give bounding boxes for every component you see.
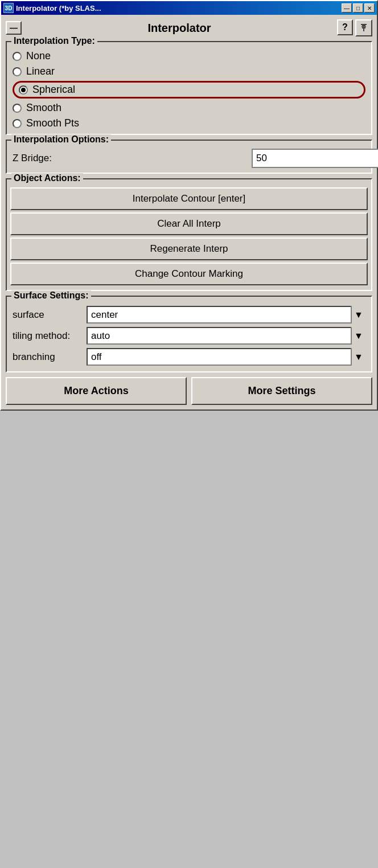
header-row: — Interpolator ? [6,19,372,36]
radio-linear[interactable]: Linear [13,65,365,77]
change-contour-marking-button[interactable]: Change Contour Marking [10,263,368,285]
interpolation-type-group: Interpolation Type: None Linear Spherica… [6,41,372,135]
z-bridge-label: Z Bridge: [13,153,52,164]
surface-select-wrapper: center inside outside ▼ [87,306,365,324]
radio-smooth-pts[interactable]: Smooth Pts [13,117,365,129]
maximize-button[interactable]: □ [353,3,363,13]
more-actions-button[interactable]: More Actions [6,377,187,405]
tiling-label: tiling method: [13,330,87,342]
window-controls: — □ ✕ [342,3,375,13]
z-bridge-spinbox: ▲ ▼ [252,149,365,168]
radio-spherical-label: Spherical [32,84,75,96]
radio-spherical-highlight[interactable]: Spherical [13,81,365,99]
radio-spherical-circle [19,85,28,95]
panel-title: Interpolator [22,22,337,35]
regenerate-interp-button[interactable]: Regenerate Interp [10,238,368,260]
surface-row: surface center inside outside ▼ [13,306,365,324]
surface-label: surface [13,309,87,321]
more-settings-button[interactable]: More Settings [191,377,372,405]
app-icon: 3D [3,3,14,13]
window-body: — Interpolator ? Inter [1,15,377,410]
branching-row: branching off on ▼ [13,348,365,366]
actions-buttons-container: Interpolate Contour [enter] Clear All In… [10,187,368,285]
surface-settings-content: surface center inside outside ▼ tiling m… [13,306,365,366]
interpolation-options-label: Interpolation Options: [11,134,111,145]
window-title: Interpolator (*by SLAS... [16,4,342,13]
svg-rect-2 [361,26,366,27]
header-left: — [6,21,22,35]
radio-none-circle [13,52,22,61]
bottom-buttons: More Actions More Settings [6,377,372,405]
interpolation-type-label: Interpolation Type: [11,36,97,46]
radio-linear-label: Linear [26,65,55,77]
z-bridge-row: Z Bridge: ▲ ▼ [13,149,365,168]
radio-smooth[interactable]: Smooth [13,102,365,114]
tiling-select-wrapper: auto manual ▼ [87,327,365,345]
radio-linear-circle [13,67,22,76]
radio-smooth-pts-circle [13,119,22,128]
collapse-button[interactable]: — [6,21,22,35]
close-button[interactable]: ✕ [364,3,375,13]
title-bar: 3D Interpolator (*by SLAS... — □ ✕ [1,1,377,15]
radio-smooth-circle [13,104,22,113]
object-actions-group: Object Actions: Interpolate Contour [ent… [6,178,372,291]
minimize-button[interactable]: — [342,3,352,13]
surface-select[interactable]: center inside outside [87,306,365,324]
branching-label: branching [13,351,87,363]
radio-group: None Linear Spherical Smooth [13,50,365,129]
branching-select-wrapper: off on ▼ [87,348,365,366]
help-button[interactable]: ? [337,19,353,35]
main-window: 3D Interpolator (*by SLAS... — □ ✕ — Int… [0,0,378,411]
clear-all-interp-button[interactable]: Clear All Interp [10,212,368,235]
tiling-select[interactable]: auto manual [87,327,365,345]
tiling-row: tiling method: auto manual ▼ [13,327,365,345]
object-actions-label: Object Actions: [11,173,83,183]
z-bridge-input[interactable] [252,149,378,168]
radio-smooth-pts-label: Smooth Pts [26,117,79,129]
interpolate-contour-button[interactable]: Interpolate Contour [enter] [10,187,368,210]
surface-settings-label: Surface Settings: [11,290,91,301]
surface-settings-group: Surface Settings: surface center inside … [6,296,372,372]
radio-smooth-label: Smooth [26,102,61,114]
svg-rect-3 [363,28,364,31]
radio-none[interactable]: None [13,50,365,62]
svg-rect-0 [361,24,367,25]
branching-select[interactable]: off on [87,348,365,366]
pin-icon [359,23,368,32]
pin-button[interactable] [355,19,372,36]
interpolation-options-group: Interpolation Options: Z Bridge: ▲ ▼ [6,140,372,174]
radio-none-label: None [26,50,51,62]
